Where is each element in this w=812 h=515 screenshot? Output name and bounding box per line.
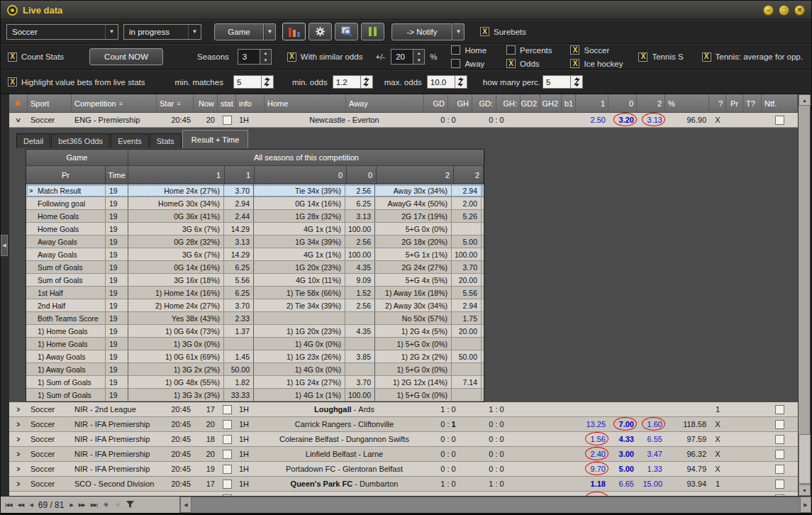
column-header-alert[interactable] — [9, 94, 28, 112]
column-header-away[interactable]: Away — [346, 94, 424, 112]
notify-checkbox[interactable] — [775, 435, 784, 444]
market-row[interactable]: 1) Away Goals191) 3G 2x (2%)50.001) 4G 0… — [26, 363, 484, 376]
column-header-pr[interactable]: Pr — [726, 94, 743, 112]
market-row[interactable]: 1) Sum of Goals191) 3G 3x (3%)33.331) 4G… — [26, 389, 484, 402]
odds-value[interactable]: 2.50 — [591, 116, 606, 124]
scroll-right-icon[interactable]: ▶ — [800, 497, 811, 513]
minimize-button[interactable]: – — [763, 5, 774, 16]
market-row[interactable]: 1) Away Goals191) 0G 61x (69%)1.451) 1G … — [26, 350, 484, 363]
stats-chart-button[interactable] — [282, 23, 306, 40]
spin-up-icon[interactable]: ▲ — [413, 50, 424, 57]
game-dropdown-arrow[interactable]: ▼ — [264, 23, 276, 40]
expand-row-icon[interactable]: > — [17, 480, 21, 488]
min-matches-stepper[interactable] — [262, 75, 274, 89]
tab-bet365-odds[interactable]: bet365 Odds — [51, 133, 110, 148]
count-stats-checkbox[interactable] — [8, 52, 17, 62]
plusminus-spinner[interactable]: 20 ▲▼ — [391, 49, 425, 65]
column-header-info[interactable]: info — [236, 94, 265, 112]
odds-value-highlighted[interactable]: 1.60 — [647, 420, 662, 428]
market-row[interactable]: 1st Half191) Home 14x (16%)6.251) Tie 58… — [26, 287, 484, 299]
collapse-row-icon[interactable]: > — [15, 118, 23, 122]
column-header-gh[interactable]: GH: — [496, 94, 521, 112]
refresh-star-button[interactable]: ✳ — [103, 501, 109, 509]
next-page-button[interactable]: ▶ — [69, 502, 72, 508]
scroll-left-icon[interactable]: ◀ — [180, 497, 191, 513]
match-row[interactable]: >SoccerNIR - IFA Premiership20:45201HLin… — [9, 447, 798, 462]
horizontal-scrollbar[interactable]: ◀ ▶ — [180, 497, 811, 513]
spin-down-icon[interactable]: ▼ — [413, 57, 424, 64]
column-header-star[interactable]: Star≡ — [157, 94, 194, 112]
spinner-arrows[interactable]: ▲▼ — [260, 49, 272, 65]
seasons-spinner[interactable]: 3 ▲▼ — [238, 49, 272, 65]
column-header-home[interactable]: Home — [265, 94, 346, 112]
status-select[interactable]: in progress ▼ — [123, 24, 201, 40]
column-header-sport[interactable]: Sport — [28, 94, 72, 112]
notify-checkbox[interactable] — [775, 116, 784, 125]
odds-value-highlighted[interactable]: 2.40 — [591, 450, 606, 458]
market-row[interactable]: 1) Home Goals191) 3G 0x (0%)1) 4G 0x (0%… — [26, 338, 484, 350]
settings-button[interactable] — [308, 23, 332, 40]
match-row[interactable]: >SoccerNIR - IFA Premiership20:45201HCar… — [9, 417, 798, 432]
column-header-t[interactable]: T? — [743, 94, 762, 112]
column-header-[interactable]: % — [665, 94, 709, 112]
pause-button[interactable] — [361, 23, 384, 40]
odds-value-highlighted[interactable]: 3.20 — [619, 116, 634, 124]
refresh-star-dim-button[interactable]: ✳ — [115, 501, 121, 509]
market-row[interactable]: Both Teams Score19Yes 38x (43%)2.33No 50… — [26, 312, 484, 325]
expand-row-icon[interactable]: > — [17, 450, 21, 458]
stat-checkbox[interactable] — [223, 465, 232, 474]
vertical-scrollbar[interactable]: ▲ ▼ — [798, 94, 810, 496]
close-button[interactable]: ✕ — [794, 5, 805, 16]
how-many-perc-input[interactable]: 5 — [543, 75, 571, 89]
inner-column-1-2[interactable]: 1 — [128, 166, 225, 184]
notify-checkbox[interactable] — [775, 465, 784, 474]
away-checkbox[interactable] — [451, 59, 460, 68]
percents-checkbox[interactable] — [506, 45, 516, 55]
column-header-0[interactable]: 0 — [608, 94, 637, 112]
odds-checkbox[interactable] — [506, 59, 516, 68]
match-row[interactable]: >SoccerENG - Premiership20:45201HNewcast… — [9, 113, 798, 128]
match-row[interactable]: >SoccerSCO - Second Division20:45171HQue… — [9, 477, 798, 492]
market-row[interactable]: Away Goals190G 28x (32%)3.131G 34x (39%)… — [26, 236, 484, 248]
odds-value[interactable]: 6.55 — [647, 435, 662, 443]
inner-column-0-5[interactable]: 0 — [347, 166, 377, 184]
ice-hockey-checkbox[interactable] — [570, 59, 579, 68]
inner-column-pr[interactable]: Pr — [26, 166, 106, 184]
notify-dropdown-arrow[interactable]: ▼ — [452, 23, 465, 40]
prev-page-button[interactable]: ◀ — [29, 502, 32, 508]
surebets-checkbox[interactable] — [480, 27, 489, 36]
match-row[interactable]: >SoccerNIR - IFA Premiership20:45181HCol… — [9, 432, 798, 447]
market-row[interactable]: 1) Home Goals191) 0G 64x (73%)1.371) 1G … — [26, 325, 484, 338]
odds-value[interactable]: 1.33 — [647, 465, 662, 473]
odds-value-highlighted[interactable]: 9.70 — [591, 465, 606, 473]
inner-column-2-7[interactable]: 2 — [454, 166, 484, 184]
last-page-button[interactable]: ▶▶| — [91, 502, 98, 508]
notify-checkbox[interactable] — [775, 450, 784, 459]
fast-next-button[interactable]: ▶▶ — [79, 502, 85, 508]
tab-result-time[interactable]: Result + Time — [182, 130, 249, 148]
vertical-scroll-thumb[interactable] — [799, 434, 811, 484]
max-odds-input[interactable]: 10.0 — [427, 75, 455, 89]
filter-button[interactable] — [126, 501, 134, 509]
column-header-ntf[interactable]: Ntf. — [762, 94, 798, 112]
column-header-[interactable]: ? — [709, 94, 726, 112]
first-page-button[interactable]: |◀◀ — [5, 502, 12, 508]
odds-value[interactable]: 1.18 — [591, 480, 606, 488]
odds-value[interactable]: 4.33 — [619, 435, 634, 443]
soccer-checkbox[interactable] — [570, 45, 579, 55]
maximize-button[interactable]: □ — [779, 5, 789, 16]
odds-value-highlighted[interactable]: 3.13 — [647, 116, 662, 124]
stat-checkbox[interactable] — [223, 450, 232, 459]
inner-column-2-6[interactable]: 2 — [377, 166, 454, 184]
game-button[interactable]: Game — [214, 23, 264, 40]
market-row[interactable]: Sum of Goals190G 14x (16%)6.251G 20x (23… — [26, 261, 484, 274]
odds-value[interactable]: 3.00 — [619, 450, 634, 458]
inner-column-0-4[interactable]: 0 — [255, 166, 347, 184]
tab-detail[interactable]: Detail — [16, 133, 50, 148]
home-checkbox[interactable] — [451, 45, 460, 55]
column-header-gd[interactable]: GD: — [472, 94, 496, 112]
stat-checkbox[interactable] — [223, 420, 232, 429]
sport-select[interactable]: Soccer ▼ — [6, 24, 118, 40]
spin-up-icon[interactable]: ▲ — [260, 50, 271, 57]
column-header-gh2[interactable]: GH2 — [540, 94, 562, 112]
